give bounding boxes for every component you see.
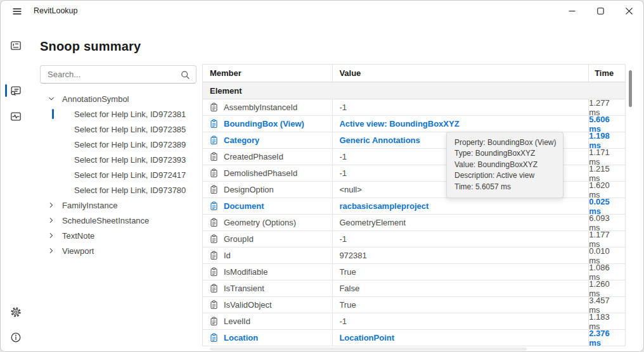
member-value: -1 — [332, 99, 588, 115]
tree-item-label: Select for Help Link, ID972393 — [74, 155, 186, 165]
member-value: LocationPoint — [332, 330, 588, 346]
maximize-button[interactable] — [586, 1, 615, 21]
tree-item-familyinstance[interactable]: FamilyInstance — [40, 198, 198, 213]
nav-item-events[interactable] — [8, 109, 23, 124]
nav-selection-indicator — [5, 84, 7, 97]
minimize-button[interactable] — [558, 1, 586, 21]
maximize-icon — [597, 8, 604, 15]
column-header-value[interactable]: Value — [332, 65, 588, 82]
member-time: 0.025 ms — [588, 198, 625, 214]
tree-item-schedulesheetinstance[interactable]: ScheduleSheetInstance — [40, 213, 198, 228]
tree-item-id972381[interactable]: Select for Help Link, ID972381 — [40, 106, 198, 122]
hamburger-menu-button[interactable] — [9, 3, 25, 20]
property-icon — [209, 284, 219, 293]
tree-item-annotationsymbol[interactable]: AnnotationSymbol — [40, 91, 198, 106]
member-time: 1.177 ms — [588, 231, 625, 247]
search-icon — [181, 70, 190, 80]
close-button[interactable] — [615, 1, 643, 21]
minimize-icon — [569, 8, 576, 15]
property-icon — [209, 234, 219, 244]
tree-item-label: ScheduleSheetInstance — [62, 216, 149, 225]
property-icon — [209, 135, 219, 145]
table-row[interactable]: BoundingBox (View) Active view: Bounding… — [203, 116, 625, 132]
column-header-time[interactable]: Time — [588, 65, 625, 82]
column-header-member[interactable]: Member — [203, 65, 332, 82]
member-name: Category — [224, 135, 259, 145]
horizontal-scrollbar[interactable] — [210, 348, 527, 351]
member-name: Geometry (Options) — [224, 218, 296, 227]
app-window: RevitLookup — [0, 0, 644, 352]
member-time: 1.171 ms — [588, 149, 625, 165]
snoop-tree: AnnotationSymbol Select for Help Link, I… — [40, 91, 198, 258]
tree-item-label: Select for Help Link, ID972381 — [74, 110, 186, 119]
tooltip-type-line: Type: BoundingBoxXYZ — [454, 148, 555, 159]
tree-item-id972385[interactable]: Select for Help Link, ID972385 — [40, 122, 198, 137]
member-time: 2.376 ms — [588, 330, 625, 346]
chevron-right-icon[interactable] — [48, 232, 55, 239]
member-time: 5.606 ms — [588, 116, 625, 132]
nav-item-dashboard[interactable] — [8, 38, 23, 53]
member-name: BoundingBox (View) — [224, 119, 304, 129]
vertical-scrollbar[interactable] — [628, 65, 634, 346]
tree-item-id972417[interactable]: Select for Help Link, ID972417 — [40, 167, 198, 182]
property-icon — [209, 300, 219, 310]
member-value: -1 — [332, 313, 588, 329]
tree-item-id973780[interactable]: Select for Help Link, ID973780 — [40, 182, 198, 198]
table-row[interactable]: Geometry (Options) GeometryElement 6.093… — [203, 215, 625, 231]
search-input[interactable] — [41, 66, 196, 83]
member-name: IsModifiable — [224, 267, 267, 277]
member-name: DemolishedPhaseId — [224, 168, 297, 178]
dashboard-icon — [10, 39, 22, 52]
table-row[interactable]: IsModifiable True 1.086 ms — [203, 264, 625, 280]
members-table: Member Value Time Element AssemblyInstan… — [202, 64, 626, 346]
chevron-down-icon[interactable] — [48, 95, 55, 103]
tree-item-id972389[interactable]: Select for Help Link, ID972389 — [40, 137, 198, 152]
hamburger-icon — [12, 6, 22, 16]
member-name: GroupId — [224, 234, 254, 244]
table-row[interactable]: Location LocationPoint 2.376 ms — [203, 330, 625, 346]
tree-item-label: Select for Help Link, ID972417 — [74, 170, 186, 180]
nav-item-settings[interactable] — [8, 305, 23, 320]
property-icon — [209, 201, 219, 211]
property-icon — [209, 333, 219, 343]
tree-item-viewport[interactable]: Viewport — [40, 243, 198, 258]
tree-item-id972393[interactable]: Select for Help Link, ID972393 — [40, 152, 198, 167]
settings-gear-icon — [10, 306, 22, 318]
nav-item-about[interactable] — [8, 330, 23, 345]
table-row[interactable]: AssemblyInstanceId -1 1.277 ms — [203, 99, 625, 116]
property-icon — [209, 267, 219, 277]
member-name: Id — [224, 251, 231, 260]
chevron-right-icon[interactable] — [48, 247, 55, 255]
snoop-icon — [10, 84, 22, 97]
about-info-icon — [10, 331, 22, 344]
titlebar: RevitLookup — [1, 1, 643, 21]
table-row[interactable]: LevelId -1 1.183 ms — [203, 313, 625, 330]
tree-item-label: Viewport — [62, 246, 94, 256]
vertical-scrollbar-thumb[interactable] — [629, 70, 632, 107]
table-row[interactable]: Id 972381 0.010 ms — [203, 248, 625, 264]
chevron-right-icon[interactable] — [48, 201, 55, 209]
property-icon — [209, 119, 219, 129]
member-time: 1.260 ms — [588, 280, 625, 296]
table-row[interactable]: GroupId -1 1.177 ms — [203, 231, 625, 248]
member-value: True — [332, 264, 588, 280]
member-name: IsTransient — [224, 284, 264, 293]
tree-item-label: AnnotationSymbol — [62, 94, 129, 104]
table-row[interactable]: IsTransient False 1.260 ms — [203, 280, 625, 297]
property-icon — [209, 317, 219, 326]
page-title: Snoop summary — [40, 39, 141, 54]
table-row[interactable]: Document racbasicsampleproject 0.025 ms — [203, 198, 625, 215]
tree-item-textnote[interactable]: TextNote — [40, 228, 198, 243]
property-icon — [209, 152, 219, 161]
tree-item-label: FamilyInstance — [62, 201, 117, 210]
group-header-element[interactable]: Element — [203, 82, 625, 99]
property-icon — [209, 168, 219, 178]
nav-item-snoop[interactable] — [8, 83, 23, 98]
chevron-right-icon[interactable] — [48, 217, 55, 224]
member-value: True — [332, 297, 588, 313]
member-name: Document — [224, 201, 264, 211]
tree-item-label: Select for Help Link, ID973780 — [74, 185, 186, 195]
member-value: 972381 — [332, 248, 588, 263]
table-row[interactable]: IsValidObject True 3.457 ms — [203, 297, 625, 313]
member-time: 1.620 ms — [588, 182, 625, 198]
